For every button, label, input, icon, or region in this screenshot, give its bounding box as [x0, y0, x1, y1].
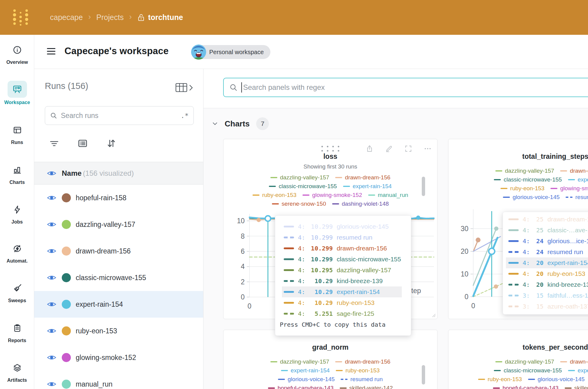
legend-scrollbar[interactable] — [422, 177, 425, 196]
legend-item[interactable]: glowing-smoke-152 — [302, 192, 362, 198]
sidebar-item-reports[interactable]: Reports — [0, 321, 34, 343]
runs-list-header[interactable]: Name (156 visualized) — [34, 162, 203, 185]
drag-handle-icon[interactable] — [322, 146, 339, 152]
run-name[interactable]: ruby-eon-153 — [76, 327, 117, 335]
run-row[interactable]: manual_run — [34, 371, 203, 389]
chart-panel-grad-norm[interactable]: grad_norm dazzling-valley-157drawn-dream… — [223, 330, 438, 389]
legend-item[interactable]: ruby-eon-153 — [478, 376, 522, 383]
run-name[interactable]: drawn-dream-156 — [76, 247, 131, 255]
visibility-eye-icon[interactable] — [47, 194, 56, 201]
legend-item[interactable]: glorious-voice-145 — [503, 194, 560, 201]
run-row[interactable]: hopeful-rain-158 — [34, 185, 203, 211]
visibility-eye-icon[interactable] — [47, 354, 56, 361]
legend-item[interactable]: expert-rain-154 — [568, 367, 588, 374]
breadcrumb-account[interactable]: capecape — [50, 13, 83, 22]
legend-item[interactable]: drawn-dream-156 — [335, 174, 390, 181]
legend-item[interactable]: classic-microwave-155 — [494, 367, 562, 374]
visibility-eye-icon[interactable] — [47, 170, 56, 177]
run-row[interactable]: drawn-dream-156 — [34, 238, 203, 264]
legend-item[interactable]: expert-rain-154 — [568, 176, 588, 183]
legend-item[interactable]: classic-microwave-155 — [269, 183, 337, 190]
visibility-eye-icon[interactable] — [47, 274, 56, 281]
legend-item[interactable]: dazzling-valley-157 — [270, 174, 329, 181]
sidebar-item-automations[interactable]: Automat. — [0, 241, 34, 264]
legend-item[interactable]: drawn-dream-156 — [560, 358, 588, 365]
breadcrumb-projects[interactable]: Projects — [96, 13, 124, 22]
expand-table-icon[interactable] — [173, 82, 195, 94]
run-name[interactable]: manual_run — [76, 380, 112, 388]
sort-icon[interactable] — [106, 138, 117, 149]
visibility-eye-icon[interactable] — [47, 381, 56, 388]
legend-item[interactable]: hopeful-capybara-143 — [268, 385, 334, 389]
legend-item[interactable]: glowing-smoke-152 — [550, 185, 588, 192]
visibility-eye-icon[interactable] — [47, 327, 56, 335]
legend-item[interactable]: expert-rain-154 — [343, 183, 392, 190]
step-value: 4: — [298, 277, 305, 285]
run-name: faithful…ess-13 — [547, 292, 588, 299]
legend-item[interactable]: ruby-eon-153 — [336, 367, 380, 374]
sidebar-item-overview[interactable]: Overview — [0, 42, 34, 65]
regex-toggle[interactable]: .* — [181, 112, 189, 119]
workspace-type-pill[interactable]: Personal workspace — [192, 45, 270, 59]
legend-item[interactable]: ruby-eon-153 — [500, 185, 544, 192]
visibility-eye-icon[interactable] — [47, 301, 56, 308]
legend-item[interactable]: glorious-voice-145 — [528, 376, 585, 383]
sidebar-item-runs[interactable]: Runs — [0, 123, 34, 145]
breadcrumb-project[interactable]: torchtune — [148, 13, 183, 22]
legend-swatch — [568, 370, 575, 371]
legend-item[interactable]: ruby-eon-153 — [253, 192, 296, 198]
legend-item[interactable]: serene-snow-150 — [272, 201, 326, 207]
fullscreen-icon[interactable] — [404, 145, 412, 153]
legend-item[interactable]: dazzling-valley-157 — [495, 168, 554, 174]
legend-item[interactable]: resumed run — [566, 194, 588, 201]
legend-item[interactable]: drawn-dream-156 — [335, 358, 390, 365]
run-row[interactable]: classic-microwave-155 — [34, 264, 203, 291]
run-row[interactable]: expert-rain-154 — [34, 291, 203, 318]
legend-item[interactable]: dazzling-valley-157 — [495, 358, 554, 365]
run-name[interactable]: hopeful-rain-158 — [76, 194, 127, 202]
chart-panel-tokens-per-second[interactable]: tokens_per_second dazzling-valley-157dra… — [448, 330, 588, 389]
run-row[interactable]: dazzling-valley-157 — [34, 211, 203, 238]
panel-search-input[interactable] — [243, 83, 585, 92]
legend-item[interactable]: manual_run — [368, 192, 408, 198]
sidebar-item-artifacts[interactable]: Artifacts — [0, 360, 34, 383]
charts-section-header[interactable]: Charts 7 — [212, 117, 269, 130]
svg-text:20: 20 — [461, 247, 468, 255]
legend-item[interactable]: skilled-water-142 — [340, 385, 393, 389]
sidebar-item-jobs[interactable]: Jobs — [0, 202, 34, 225]
step-value: 4: — [523, 227, 530, 234]
legend-item[interactable]: dazzling-valley-157 — [270, 358, 329, 365]
run-name[interactable]: dazzling-valley-157 — [76, 221, 135, 229]
legend-item[interactable]: dashing-violet-148 — [332, 201, 389, 207]
sidebar-item-label: Reports — [8, 338, 26, 343]
run-name[interactable]: glowing-smoke-152 — [76, 354, 136, 362]
filter-icon[interactable] — [49, 138, 60, 149]
legend-item[interactable]: drawn-dream-156 — [560, 168, 588, 174]
legend-item[interactable]: resumed run — [341, 376, 383, 383]
visibility-eye-icon[interactable] — [47, 221, 56, 228]
legend-item[interactable]: glorious-voice-145 — [278, 376, 335, 383]
menu-icon[interactable] — [47, 48, 55, 55]
wandb-logo-icon[interactable] — [12, 8, 30, 27]
legend-item[interactable]: hopeful-capybara-143 — [493, 385, 559, 389]
run-row[interactable]: ruby-eon-153 — [34, 318, 203, 344]
legend-item[interactable]: classic-microwave-155 — [494, 176, 562, 183]
share-icon[interactable] — [365, 145, 374, 153]
more-options-icon[interactable] — [424, 145, 432, 153]
resize-handle[interactable] — [431, 313, 436, 317]
legend-item[interactable]: skilled-water-142 — [565, 385, 588, 389]
sidebar-item-charts[interactable]: Charts — [0, 162, 34, 185]
group-list-icon[interactable] — [77, 138, 88, 149]
runs-search-input[interactable] — [61, 112, 177, 120]
edit-pencil-icon[interactable] — [385, 145, 393, 153]
run-name[interactable]: expert-rain-154 — [76, 300, 123, 309]
sidebar-item-sweeps[interactable]: Sweeps — [0, 281, 34, 303]
run-name[interactable]: classic-microwave-155 — [76, 274, 146, 282]
runs-count-title: Runs (156) — [45, 81, 88, 91]
run-row[interactable]: glowing-smoke-152 — [34, 344, 203, 371]
run-color-dot — [62, 193, 71, 202]
visibility-eye-icon[interactable] — [47, 247, 56, 255]
legend-scrollbar[interactable] — [422, 365, 425, 384]
sidebar-item-workspace[interactable]: Workspace — [0, 81, 34, 105]
legend-item[interactable]: expert-rain-154 — [281, 367, 330, 374]
